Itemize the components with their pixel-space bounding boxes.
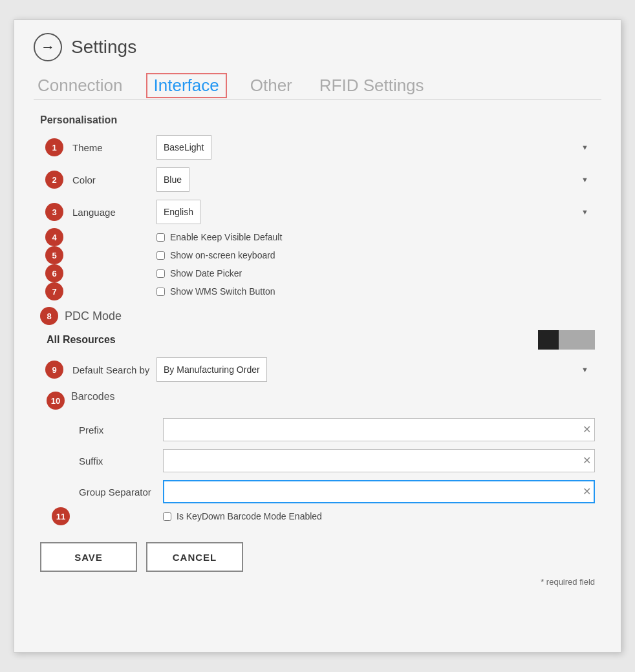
- content-area: Personalisation 1 Theme BaseLight 2 Colo…: [34, 114, 601, 587]
- pdc-section: 8 PDC Mode: [40, 307, 595, 325]
- cancel-button[interactable]: CANCEL: [146, 542, 243, 572]
- language-label: Language: [72, 207, 156, 218]
- theme-label: Theme: [72, 142, 156, 153]
- checkbox-row-7: 7 Show WMS Switch Button: [72, 286, 595, 297]
- badge-5: 5: [45, 246, 63, 264]
- suffix-clear-btn[interactable]: ✕: [583, 456, 591, 466]
- wms-switch-label: Show WMS Switch Button: [170, 286, 275, 297]
- color-select-wrapper[interactable]: Blue: [156, 167, 595, 192]
- language-row: 3 Language English: [72, 200, 595, 224]
- save-button[interactable]: SAVE: [40, 542, 137, 572]
- theme-select[interactable]: BaseLight: [156, 135, 211, 160]
- onscreen-keyboard-checkbox[interactable]: [156, 251, 165, 260]
- badge-9: 9: [45, 361, 63, 379]
- tab-connection[interactable]: Connection: [34, 73, 127, 98]
- group-separator-clear-btn[interactable]: ✕: [583, 487, 591, 497]
- keep-visible-checkbox[interactable]: [156, 233, 165, 242]
- tabs-bar: Connection Interface Other RFID Settings: [34, 73, 601, 100]
- all-resources-label: All Resources: [47, 334, 538, 346]
- badge-3: 3: [45, 203, 63, 221]
- badge-2: 2: [45, 171, 63, 189]
- language-select[interactable]: English: [156, 200, 200, 224]
- suffix-label: Suffix: [79, 456, 163, 467]
- toggle-on[interactable]: [538, 330, 559, 350]
- checkbox-row-4: 4 Enable Keep Visible Default: [72, 232, 595, 242]
- pdc-title: PDC Mode: [65, 310, 122, 323]
- color-label: Color: [72, 174, 156, 185]
- theme-row: 1 Theme BaseLight: [72, 135, 595, 160]
- back-icon[interactable]: →: [34, 33, 62, 61]
- keydown-checkbox[interactable]: [163, 512, 171, 521]
- group-separator-input[interactable]: [163, 480, 595, 503]
- tab-other[interactable]: Other: [246, 73, 296, 98]
- default-search-section: 9 Default Search by By Manufacturing Ord…: [40, 357, 595, 382]
- settings-window: → Settings Connection Interface Other RF…: [14, 19, 621, 653]
- default-search-select-wrapper[interactable]: By Manufacturing Order: [156, 357, 595, 382]
- language-select-wrapper[interactable]: English: [156, 200, 595, 224]
- keydown-row: 11 Is KeyDown Barcode Mode Enabled: [79, 511, 595, 521]
- keydown-label: Is KeyDown Barcode Mode Enabled: [177, 511, 322, 521]
- color-row: 2 Color Blue: [72, 167, 595, 192]
- prefix-label: Prefix: [79, 425, 163, 436]
- default-search-label: Default Search by: [72, 364, 156, 375]
- date-picker-checkbox[interactable]: [156, 269, 165, 278]
- theme-select-wrapper[interactable]: BaseLight: [156, 135, 595, 160]
- group-separator-label: Group Separator: [79, 487, 163, 498]
- badge-11: 11: [52, 507, 70, 525]
- prefix-input[interactable]: [163, 418, 595, 441]
- barcodes-section: 10 Barcodes Prefix ✕ Suffix: [40, 391, 595, 521]
- toggle-switch[interactable]: [538, 330, 595, 350]
- default-search-row: 9 Default Search by By Manufacturing Ord…: [72, 357, 595, 382]
- prefix-clear-btn[interactable]: ✕: [583, 425, 591, 435]
- toggle-off[interactable]: [559, 330, 595, 350]
- barcodes-title: Barcodes: [71, 391, 115, 403]
- badge-6: 6: [45, 264, 63, 282]
- suffix-input[interactable]: [163, 449, 595, 472]
- default-search-select[interactable]: By Manufacturing Order: [156, 357, 267, 382]
- tab-rfid[interactable]: RFID Settings: [316, 73, 428, 98]
- tab-interface[interactable]: Interface: [146, 73, 227, 98]
- suffix-row: Suffix ✕: [79, 449, 595, 472]
- barcodes-fields: Prefix ✕ Suffix ✕ Group Separa: [47, 418, 595, 521]
- page-title: Settings: [71, 37, 136, 58]
- prefix-input-wrapper: ✕: [163, 418, 595, 441]
- group-separator-input-wrapper: ✕: [163, 480, 595, 503]
- footer-buttons: SAVE CANCEL: [40, 542, 595, 572]
- keep-visible-label: Enable Keep Visible Default: [170, 232, 282, 242]
- prefix-row: Prefix ✕: [79, 418, 595, 441]
- badge-4: 4: [45, 228, 63, 246]
- badge-7: 7: [45, 282, 63, 300]
- onscreen-keyboard-label: Show on-screen keyboard: [170, 250, 275, 260]
- group-separator-row: Group Separator ✕: [79, 480, 595, 503]
- checkbox-row-5: 5 Show on-screen keyboard: [72, 250, 595, 260]
- all-resources-row: All Resources: [40, 330, 595, 350]
- personalisation-title: Personalisation: [40, 114, 595, 126]
- required-field-text: * required field: [40, 577, 595, 587]
- badge-10: 10: [47, 392, 65, 410]
- checkbox-row-6: 6 Show Date Picker: [72, 268, 595, 278]
- date-picker-label: Show Date Picker: [170, 268, 242, 278]
- color-select[interactable]: Blue: [156, 167, 189, 192]
- header: → Settings: [34, 33, 601, 61]
- wms-switch-checkbox[interactable]: [156, 288, 165, 296]
- badge-8: 8: [40, 307, 58, 325]
- suffix-input-wrapper: ✕: [163, 449, 595, 472]
- personalisation-section: 1 Theme BaseLight 2 Color Blue: [40, 135, 595, 297]
- badge-1: 1: [45, 138, 63, 156]
